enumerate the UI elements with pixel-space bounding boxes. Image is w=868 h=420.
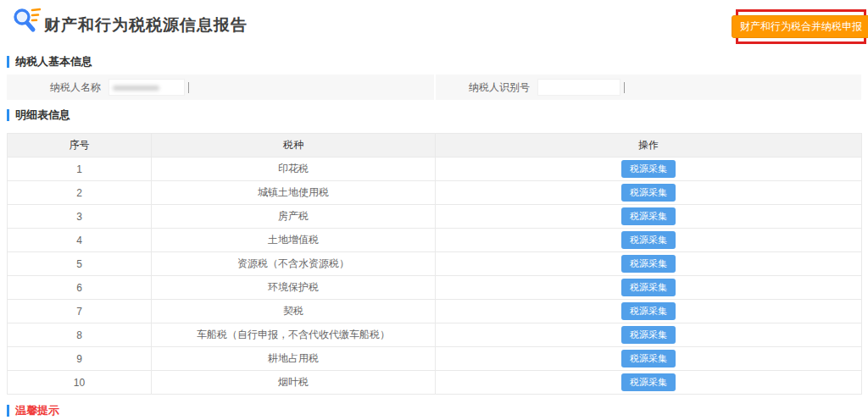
tax-source-collect-button[interactable]: 税源采集 — [621, 255, 676, 273]
row-tax: 印花税 — [152, 158, 436, 181]
row-operation: 税源采集 — [436, 323, 862, 347]
row-num: 2 — [8, 181, 152, 205]
tax-source-collect-button[interactable]: 税源采集 — [621, 184, 676, 202]
table-row: 6 环境保护税 税源采集 — [8, 276, 862, 300]
tax-source-collect-button[interactable]: 税源采集 — [621, 350, 676, 368]
taxpayer-id-field: 纳税人识别号 — [434, 75, 861, 100]
taxpayer-name-field: 纳税人名称 — [7, 75, 434, 100]
row-operation: 税源采集 — [436, 181, 862, 205]
row-num: 7 — [8, 300, 152, 323]
table-row: 9 耕地占用税 税源采集 — [8, 347, 862, 371]
highlight-annotation-box: 财产和行为税合并纳税申报 — [736, 9, 866, 44]
row-tax: 耕地占用税 — [152, 347, 436, 371]
row-tax: 城镇土地使用税 — [152, 181, 436, 205]
row-num: 3 — [8, 205, 152, 229]
row-tax: 环境保护税 — [152, 276, 436, 300]
table-row: 2 城镇土地使用税 税源采集 — [8, 181, 862, 205]
taxpayer-name-label: 纳税人名称 — [7, 80, 108, 95]
row-tax: 房产税 — [152, 205, 436, 229]
row-num: 5 — [8, 252, 152, 276]
page: 财产和行为税税源信息报告 财产和行为税合并纳税申报 纳税人基本信息 纳税人名称 … — [0, 0, 868, 420]
table-row: 10 烟叶税 税源采集 — [8, 371, 862, 395]
search-list-icon — [12, 6, 41, 36]
basic-info-row: 纳税人名称 纳税人识别号 — [7, 75, 861, 100]
table-row: 7 契税 税源采集 — [8, 300, 862, 323]
row-num: 6 — [8, 276, 152, 300]
row-operation: 税源采集 — [436, 300, 862, 323]
tax-source-collect-button[interactable]: 税源采集 — [621, 302, 676, 320]
text-caret — [624, 82, 625, 93]
text-caret — [188, 82, 189, 93]
row-operation: 税源采集 — [436, 347, 862, 371]
row-tax: 契税 — [152, 300, 436, 323]
row-num: 4 — [8, 229, 152, 252]
tips-title-text: 温馨提示 — [15, 403, 59, 418]
section-title-text: 纳税人基本信息 — [15, 54, 92, 69]
row-operation: 税源采集 — [436, 205, 862, 229]
tax-source-collect-button[interactable]: 税源采集 — [621, 279, 676, 296]
tax-source-collect-button[interactable]: 税源采集 — [621, 207, 676, 225]
tax-source-collect-button[interactable]: 税源采集 — [621, 373, 676, 391]
tax-source-collect-button[interactable]: 税源采集 — [621, 231, 676, 249]
section-accent-bar — [7, 405, 9, 417]
row-tax: 土地增值税 — [152, 229, 436, 252]
table-row: 3 房产税 税源采集 — [8, 205, 862, 229]
row-tax: 烟叶税 — [152, 371, 436, 395]
row-operation: 税源采集 — [436, 252, 862, 276]
row-tax: 车船税（自行申报，不含代收代缴车船税） — [152, 323, 436, 347]
table-row: 1 印花税 税源采集 — [8, 158, 862, 181]
row-num: 9 — [8, 347, 152, 371]
row-tax: 资源税（不含水资源税） — [152, 252, 436, 276]
section-title-text: 明细表信息 — [15, 108, 70, 123]
taxpayer-id-input[interactable] — [537, 79, 620, 96]
row-operation: 税源采集 — [436, 158, 862, 181]
table-row: 4 土地增值税 税源采集 — [8, 229, 862, 252]
section-accent-bar — [7, 109, 9, 121]
merged-tax-declaration-button[interactable]: 财产和行为税合并纳税申报 — [732, 15, 868, 38]
row-operation: 税源采集 — [436, 276, 862, 300]
detail-table-body: 1 印花税 税源采集 2 城镇土地使用税 税源采集 3 房产税 税源采集 4 土… — [8, 158, 862, 395]
row-num: 1 — [8, 158, 152, 181]
column-header-index: 序号 — [8, 134, 152, 158]
tax-detail-table: 序号 税种 操作 1 印花税 税源采集 2 城镇土地使用税 税源采集 3 房产税 — [7, 133, 862, 395]
row-num: 8 — [8, 323, 152, 347]
taxpayer-id-label: 纳税人识别号 — [436, 80, 537, 95]
row-operation: 税源采集 — [436, 371, 862, 395]
section-accent-bar — [7, 56, 9, 68]
column-header-tax-type: 税种 — [152, 134, 436, 158]
tax-source-collect-button[interactable]: 税源采集 — [621, 326, 676, 344]
tips-section-header: 温馨提示 — [7, 403, 59, 418]
table-row: 5 资源税（不含水资源税） 税源采集 — [8, 252, 862, 276]
detail-section-header: 明细表信息 — [7, 108, 70, 123]
basic-info-section-header: 纳税人基本信息 — [7, 54, 92, 69]
table-header-row: 序号 税种 操作 — [8, 134, 862, 158]
row-operation: 税源采集 — [436, 229, 862, 252]
column-header-operation: 操作 — [436, 134, 862, 158]
table-row: 8 车船税（自行申报，不含代收代缴车船税） 税源采集 — [8, 323, 862, 347]
taxpayer-name-input[interactable] — [108, 79, 185, 96]
row-num: 10 — [8, 371, 152, 395]
tax-source-collect-button[interactable]: 税源采集 — [621, 160, 676, 178]
page-title: 财产和行为税税源信息报告 — [44, 14, 248, 36]
